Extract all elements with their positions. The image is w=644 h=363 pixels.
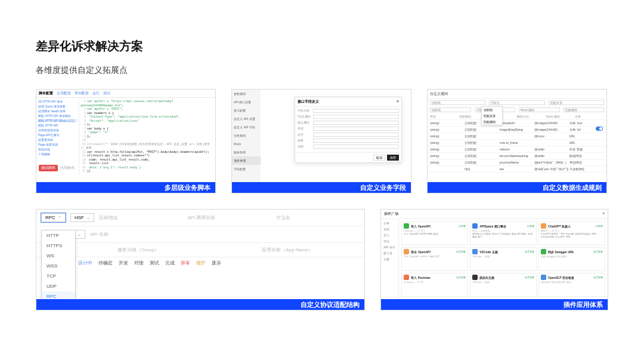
save-button[interactable]: 保存	[387, 155, 399, 161]
select[interactable]: Mock 规则	[519, 107, 560, 112]
plugin-card[interactable]: 导入 Postman无需安装Postman — 1个导	[401, 273, 468, 297]
dropdown-option[interactable]: HTTPS	[42, 241, 75, 251]
target-address-input[interactable]: 目标地址	[99, 214, 182, 221]
sidebar-item[interactable]: 页面扫描	[38, 147, 77, 151]
sidebar-item[interactable]: Page API五索引	[38, 133, 77, 137]
text-input[interactable]	[313, 115, 399, 119]
text-input[interactable]	[313, 133, 399, 137]
sidebar-item[interactable]: 导入	[382, 232, 397, 238]
status-tab[interactable]: 完成	[165, 260, 175, 266]
protocol-dropdown[interactable]: HTTPHTTPSWSWSSTCPUDPRPC	[41, 230, 76, 299]
close-icon[interactable]: ×	[602, 211, 605, 217]
select[interactable]: 说明项	[430, 100, 485, 105]
sidebar-item[interactable]: 自定义 API 字段	[232, 123, 261, 131]
dropdown-option[interactable]: WS	[42, 251, 75, 261]
select[interactable]: 匹配规则	[564, 107, 605, 112]
code-editor[interactable]: 1var apiUrl = "https://api.xxxxxx.com/v1…	[79, 98, 215, 175]
hsf-select[interactable]: HSF ⌄	[70, 213, 94, 222]
install-tag: 已安装	[596, 224, 603, 227]
plugin-card[interactable]: 源反向主题无需安装VSCode — 无版	[470, 273, 537, 297]
text-input[interactable]	[313, 121, 399, 125]
status-tab[interactable]: 测试	[150, 260, 159, 266]
sidebar-item[interactable]: API 接口设置	[232, 98, 261, 106]
status-tab[interactable]: 维护	[196, 260, 206, 266]
sidebar-item[interactable]: 爬取 HTTP API	[38, 124, 77, 127]
sidebar-item[interactable]: 自定义 API 设置	[232, 115, 261, 123]
tab[interactable]: 调试	[103, 91, 110, 96]
sidebar-item[interactable]: 显示配置	[232, 106, 261, 115]
dropdown-option[interactable]: 匹配规则	[482, 119, 502, 125]
status-tabs: 设计中待确定开发对接测试完成异常维护废弃	[60, 257, 226, 269]
cancel-button[interactable]: 取消	[373, 155, 385, 161]
sidebar-item[interactable]: 项目管理	[232, 156, 261, 165]
api-name-input[interactable]: API 调用名称	[187, 214, 271, 221]
sidebar-item[interactable]: 启用页面请求器	[38, 128, 77, 132]
sidebar-item[interactable]: Mock	[232, 140, 261, 148]
sidebar-item[interactable]: 设置需求器	[38, 138, 77, 141]
sidebar-item[interactable]: 业务规则	[232, 131, 261, 140]
dropdown-option[interactable]: HTTP	[42, 230, 75, 241]
sidebar-item[interactable]: 全部	[382, 226, 397, 232]
dropdown-menu[interactable]: 说明项匹配关系匹配规则	[481, 106, 503, 125]
method-name-input[interactable]: 方法名	[276, 214, 360, 221]
tab[interactable]: 运行	[92, 91, 100, 96]
sidebar-item[interactable]: 主题	[382, 256, 397, 262]
text-input[interactable]	[313, 109, 399, 113]
status-tab[interactable]: 待确定	[98, 260, 113, 266]
dropdown-option[interactable]: 说明项	[482, 107, 502, 113]
sidebar-item[interactable]: 分类	[382, 220, 397, 226]
sidebar-item[interactable]: 新工具	[382, 250, 397, 256]
select[interactable]: 说明项	[430, 107, 471, 112]
dropdown-option[interactable]: 匹配关系	[482, 113, 502, 119]
selectors: 说明项字段名匹配关系	[428, 99, 606, 106]
group-input[interactable]: 服务分组（Group）	[66, 247, 210, 253]
sidebar-item[interactable]: 爬取 HTTP API 请求脚本	[38, 114, 77, 118]
label: 类型	[298, 127, 313, 131]
sidebar-item[interactable]: 服务联调	[232, 148, 261, 156]
plugin-card[interactable]: OpenSLP 安全检查无需安装OpenSLP 安全检查 API 接口	[538, 273, 605, 297]
run-button[interactable]: 测试脚本	[39, 165, 58, 171]
text-input[interactable]	[313, 127, 399, 131]
plugin-card[interactable]: ChatGPT 机器人已安装AI助手 — 1个导入ChatGPT AI 助手, …	[538, 222, 605, 245]
sidebar-item[interactable]: Page 场景资源	[38, 143, 77, 146]
sidebar-item[interactable]: 处理脚本 heads 清单	[38, 109, 77, 113]
text-input[interactable]	[313, 139, 399, 143]
sidebar-item[interactable]: 处理 Query 请求参数	[38, 104, 77, 108]
appname-input[interactable]: 应用名称（App Name）	[215, 247, 360, 253]
plugin-card[interactable]: 导入 OpenAPI已安装Postman — 1个导入导入 OpenAPI JS…	[401, 222, 468, 245]
status-tab[interactable]: 对接	[134, 260, 144, 266]
dropdown-option[interactable]: TCP	[42, 271, 75, 281]
text-input[interactable]	[313, 144, 399, 149]
api-input[interactable]: API 名称	[90, 231, 360, 238]
sidebar-item[interactable]: 十强编辑	[38, 152, 77, 156]
dropdown-option[interactable]: UDP	[42, 281, 75, 291]
dropdown-option[interactable]: RPC	[42, 291, 75, 299]
plugin-card[interactable]: APISpace 接口整合已安装暂未 — 无版权限APISpace 已接收 To…	[470, 222, 537, 245]
select[interactable]: 字段名	[489, 100, 544, 105]
plugin-card[interactable]: VSCode 主题无需安装VSCode — 无版	[470, 247, 537, 271]
select[interactable]: 匹配关系	[549, 100, 604, 105]
plugin-grid: 导入 OpenAPI已安装Postman — 1个导入导入 OpenAPI JS…	[399, 219, 608, 299]
status-tab[interactable]: 设计中	[78, 260, 92, 266]
sidebar-item[interactable]: API 命令	[382, 244, 397, 250]
sidebar-item[interactable]: 参数规则	[232, 90, 261, 98]
dropdown-option[interactable]: WSS	[42, 261, 75, 271]
sidebar-item[interactable]: 爬取 HTTP API (Body 认证)	[38, 119, 77, 122]
status-tab[interactable]: 异常	[181, 260, 190, 266]
plugin-name: OpenSLP 安全检查	[548, 276, 574, 279]
tab[interactable]: 查询配置	[75, 91, 89, 96]
sidebar-item[interactable]: 字段配置	[232, 165, 261, 173]
protocol-select[interactable]: RPC ⌃	[41, 213, 66, 222]
plugin-card[interactable]: 同步 Swagger URL无需安装同步 Swagger URL 的同	[538, 247, 605, 271]
plugin-sub: Postman — 1个导入	[404, 229, 466, 232]
status-tab[interactable]: 废弃	[212, 260, 221, 266]
tab[interactable]: 全局配置	[57, 91, 71, 96]
format-button[interactable]: 代码格式	[60, 165, 75, 171]
sidebar-item[interactable]: 导出	[382, 238, 397, 244]
sidebar-item[interactable]: JS HTTP API 请求	[38, 100, 77, 103]
toggle-switch[interactable]	[596, 127, 603, 131]
status-tab[interactable]: 开发	[119, 260, 128, 266]
plugin-card[interactable]: 导出 OpenAPI无需安装导出 OpenAPI: JSON / YAML 的导	[401, 247, 468, 271]
close-icon[interactable]: ×	[397, 99, 399, 104]
label: *对应属性	[298, 115, 313, 119]
